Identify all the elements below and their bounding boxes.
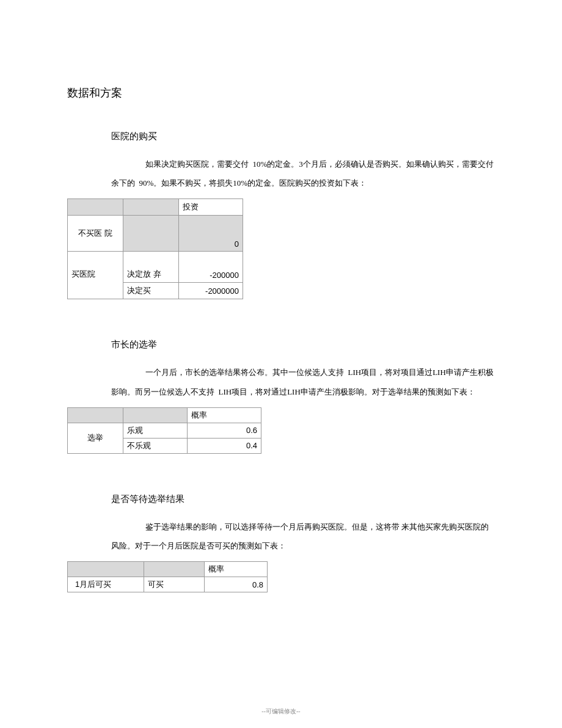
value-not-buy: 0 xyxy=(179,216,243,252)
section2-heading: 市长的选举 xyxy=(111,339,495,351)
sub-abandon: 决定放 弃 xyxy=(123,252,179,283)
table-wait-availability: 概率 1月后可买 可买 0.8 xyxy=(67,561,268,592)
value-pessimistic: 0.4 xyxy=(188,438,261,453)
cell-blank xyxy=(68,199,123,216)
row-after-month: 1月后可买 xyxy=(68,577,144,592)
section2-paragraph: 一个月后，市长的选举结果将公布。其中一位候选人支持 LIH项目，将对项目通过LI… xyxy=(111,363,495,401)
footer-note: --可编辑修改-- xyxy=(0,707,562,716)
value-available: 0.8 xyxy=(205,577,268,592)
col-header-investment: 投资 xyxy=(179,199,243,216)
col-header-probability: 概率 xyxy=(188,407,261,423)
section3-heading: 是否等待选举结果 xyxy=(111,493,495,505)
table-row: 选举 乐观 0.6 xyxy=(68,423,261,438)
section1-paragraph: 如果决定购买医院，需要交付 10%的定金。3个月后，必须确认是否购买。如果确认购… xyxy=(111,155,495,192)
cell-blank xyxy=(68,562,144,577)
section2-text: 一个月后，市长的选举结果将公布。其中一位候选人支持 LIH项目，将对项目通过LI… xyxy=(111,368,494,396)
col-header-probability: 概率 xyxy=(205,562,268,577)
cell-blank xyxy=(68,407,123,423)
page-content: 数据和方案 医院的购买 如果决定购买医院，需要交付 10%的定金。3个月后，必须… xyxy=(0,0,562,592)
main-title: 数据和方案 xyxy=(67,86,495,100)
table-hospital-purchase: 投资 不买医 院 0 买医院 决定放 弃 -200000 决定买 -200000… xyxy=(67,198,243,299)
value-abandon: -200000 xyxy=(179,252,243,283)
section3-text: 鉴于选举结果的影响，可以选择等待一个月后再购买医院。但是，这将带 来其他买家先购… xyxy=(111,522,489,550)
table-row: 不买医 院 0 xyxy=(68,216,243,252)
cell-blank xyxy=(123,216,179,252)
sub-available: 可买 xyxy=(144,577,205,592)
section1-heading: 医院的购买 xyxy=(111,131,495,142)
cell-blank xyxy=(123,407,188,423)
section3-paragraph: 鉴于选举结果的影响，可以选择等待一个月后再购买医院。但是，这将带 来其他买家先购… xyxy=(111,517,495,555)
table-row: 概率 xyxy=(68,407,261,423)
cell-blank xyxy=(144,562,205,577)
table-row: 1月后可买 可买 0.8 xyxy=(68,577,268,592)
sub-pessimistic: 不乐观 xyxy=(123,438,188,453)
table-row: 投资 xyxy=(68,199,243,216)
table-row: 概率 xyxy=(68,562,268,577)
sub-optimistic: 乐观 xyxy=(123,423,188,438)
value-buy: -2000000 xyxy=(179,283,243,299)
row-not-buy: 不买医 院 xyxy=(68,216,123,252)
row-election: 选举 xyxy=(68,423,123,453)
table-election: 概率 选举 乐观 0.6 不乐观 0.4 xyxy=(67,407,261,454)
sub-buy: 决定买 xyxy=(123,283,179,299)
section1-text: 如果决定购买医院，需要交付 10%的定金。3个月后，必须确认是否购买。如果确认购… xyxy=(111,159,494,187)
row-buy: 买医院 xyxy=(68,252,123,299)
cell-blank xyxy=(123,199,179,216)
value-optimistic: 0.6 xyxy=(188,423,261,438)
table-row: 买医院 决定放 弃 -200000 xyxy=(68,252,243,283)
